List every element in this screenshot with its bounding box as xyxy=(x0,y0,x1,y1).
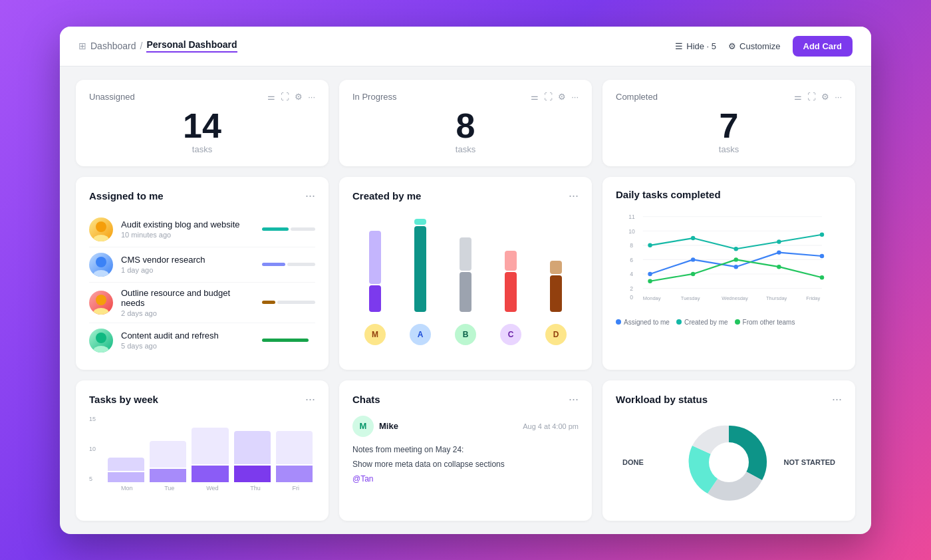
filter-icon-2[interactable]: ⚌ xyxy=(531,92,539,102)
chat-line-2: Show more meta data on collapse sections xyxy=(352,458,579,470)
created-panel-header: Created by me ··· xyxy=(352,189,579,203)
task-name-1: Audit existing blog and website xyxy=(121,219,254,229)
svg-point-22 xyxy=(691,257,695,261)
stat-label-inprogress: In Progress xyxy=(352,92,396,102)
expand-icon[interactable]: ⛶ xyxy=(281,92,289,102)
main-row: Assigned to me ··· Audit existing blog a… xyxy=(76,177,855,370)
week-bar-1 xyxy=(108,416,144,482)
svg-text:0: 0 xyxy=(630,293,633,300)
more-icon-3[interactable]: ··· xyxy=(835,92,842,102)
task-time-3: 2 days ago xyxy=(121,309,254,317)
stat-icons-completed: ⚌ ⛶ ⚙ ··· xyxy=(794,92,842,102)
task-bar-1 xyxy=(262,227,315,231)
add-card-button[interactable]: Add Card xyxy=(793,36,853,57)
hide-button[interactable]: ☰ Hide · 5 xyxy=(675,41,716,51)
svg-point-2 xyxy=(96,257,106,267)
stat-label-completed: Completed xyxy=(616,92,658,102)
workload-panel: Workload by status ··· DONE xyxy=(602,380,855,521)
created-by-me-panel: Created by me ··· xyxy=(339,177,592,370)
settings-icon-2[interactable]: ⚙ xyxy=(558,92,566,102)
settings-icon-3[interactable]: ⚙ xyxy=(821,92,829,102)
bar-col-3 xyxy=(460,219,471,312)
week-panel-menu[interactable]: ··· xyxy=(305,392,315,406)
expand-icon-2[interactable]: ⛶ xyxy=(544,92,553,102)
bar-col-1 xyxy=(369,219,381,312)
svg-text:11: 11 xyxy=(628,213,635,220)
svg-text:Tuesday: Tuesday xyxy=(681,295,700,301)
header: ⊞ Dashboard / Personal Dashboard ☰ Hide … xyxy=(60,27,871,67)
chats-panel: Chats ··· M Mike Aug 4 at 4:00 pm Notes … xyxy=(339,380,592,521)
breadcrumb-sep: / xyxy=(140,41,143,51)
svg-point-35 xyxy=(820,275,824,279)
task-item[interactable]: Audit existing blog and website 10 minut… xyxy=(89,212,315,247)
chat-sender: Mike xyxy=(379,421,398,431)
task-item[interactable]: CMS vendor research 1 day ago xyxy=(89,247,315,283)
chart-avatar-1: M xyxy=(364,324,386,345)
breadcrumb-parent[interactable]: Dashboard xyxy=(90,41,136,51)
gear-icon: ⚙ xyxy=(728,41,736,51)
more-icon-2[interactable]: ··· xyxy=(571,92,579,102)
pie-label-not-started: NOT STARTED xyxy=(784,458,835,466)
daily-panel-header: Daily tasks completed xyxy=(616,189,842,200)
workload-panel-title: Workload by status xyxy=(616,394,708,405)
chat-date: Aug 4 at 4:00 pm xyxy=(523,422,579,430)
chats-panel-header: Chats ··· xyxy=(352,392,579,406)
stat-number-unassigned: 14 xyxy=(89,108,315,143)
x-label-thu: Thu xyxy=(250,485,261,491)
chart-legend: Assigned to me Created by me From other … xyxy=(616,319,842,326)
assigned-to-me-panel: Assigned to me ··· Audit existing blog a… xyxy=(76,177,329,370)
week-panel-title: Tasks by week xyxy=(89,394,158,405)
header-actions: ☰ Hide · 5 ⚙ Customize Add Card xyxy=(675,36,853,57)
week-bars xyxy=(108,416,313,482)
week-bar-2 xyxy=(150,416,186,482)
svg-point-34 xyxy=(777,264,781,268)
chats-panel-title: Chats xyxy=(352,394,380,405)
created-panel-menu[interactable]: ··· xyxy=(569,189,579,203)
week-y-labels: 15 10 5 xyxy=(89,416,96,482)
svg-point-5 xyxy=(93,308,109,315)
created-chart xyxy=(352,212,579,319)
bar-col-5 xyxy=(550,219,562,312)
created-panel-title: Created by me xyxy=(352,190,421,202)
filter-icon-3[interactable]: ⚌ xyxy=(794,92,802,102)
workload-panel-header: Workload by status ··· xyxy=(616,392,842,406)
customize-button[interactable]: ⚙ Customize xyxy=(728,41,780,51)
chat-mention[interactable]: @Tan xyxy=(352,474,579,484)
chart-avatar-4: C xyxy=(500,324,521,345)
task-name-4: Content audit and refresh xyxy=(121,331,254,341)
svg-text:10: 10 xyxy=(628,227,635,234)
task-time-2: 1 day ago xyxy=(121,266,254,274)
pie-label-done: DONE xyxy=(622,458,644,466)
stat-row: Unassigned ⚌ ⛶ ⚙ ··· 14 tasks In Progres… xyxy=(76,80,855,166)
legend-assigned: Assigned to me xyxy=(616,319,670,326)
svg-point-3 xyxy=(93,270,109,277)
stat-icons-inprogress: ⚌ ⛶ ⚙ ··· xyxy=(531,92,579,102)
task-info-4: Content audit and refresh 5 days ago xyxy=(121,331,254,350)
legend-other: From other teams xyxy=(735,319,795,326)
legend-label-assigned: Assigned to me xyxy=(624,319,670,326)
stat-card-completed: Completed ⚌ ⛶ ⚙ ··· 7 tasks xyxy=(602,80,855,166)
tasks-by-week-panel: Tasks by week ··· 15 10 5 xyxy=(76,380,329,521)
stat-number-completed: 7 xyxy=(616,108,842,143)
customize-label: Customize xyxy=(739,41,780,51)
filter-icon[interactable]: ⚌ xyxy=(267,92,275,102)
assigned-panel-menu[interactable]: ··· xyxy=(305,189,315,203)
stat-card-inprogress: In Progress ⚌ ⛶ ⚙ ··· 8 tasks xyxy=(339,80,592,166)
y-label-5: 5 xyxy=(89,476,96,482)
chats-panel-menu[interactable]: ··· xyxy=(569,392,579,406)
task-name-2: CMS vendor research xyxy=(121,255,254,265)
hide-label: Hide · 5 xyxy=(686,41,716,51)
bar-col-2 xyxy=(414,219,426,312)
bar-col-4 xyxy=(505,219,517,312)
more-icon[interactable]: ··· xyxy=(308,92,315,102)
legend-created: Created by me xyxy=(676,319,728,326)
task-bar-3 xyxy=(262,301,315,304)
task-item[interactable]: Content audit and refresh 5 days ago xyxy=(89,323,315,358)
task-item[interactable]: Outline resource and budget needs 2 days… xyxy=(89,283,315,323)
week-bar-5 xyxy=(276,416,313,482)
workload-panel-menu[interactable]: ··· xyxy=(832,392,842,406)
svg-point-26 xyxy=(648,243,652,247)
settings-icon[interactable]: ⚙ xyxy=(295,92,303,102)
expand-icon-3[interactable]: ⛶ xyxy=(807,92,816,102)
avatar-1 xyxy=(89,217,113,241)
